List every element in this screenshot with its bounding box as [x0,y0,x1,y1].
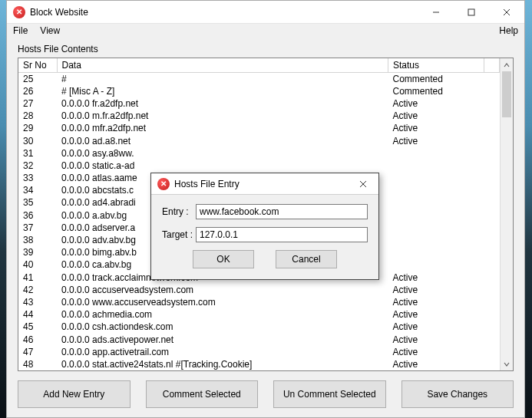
cell-data: 0.0.0.0 csh.actiondesk.com [57,321,388,333]
cell-srno: 33 [18,172,57,184]
cell-status: Active [388,358,484,370]
cell-srno: 25 [18,73,57,85]
table-row[interactable]: 450.0.0.0 csh.actiondesk.comActive [18,321,500,333]
save-changes-button[interactable]: Save Changes [401,380,514,408]
hosts-file-entry-dialog: ✕ Hosts File Entry Entry : Target : OK C… [150,173,379,280]
cell-blank [484,333,500,345]
entry-input[interactable] [196,204,368,219]
table-row[interactable]: 25#Commented [18,73,500,85]
cell-blank [484,346,500,358]
table-row[interactable]: 26# [Misc A - Z]Commented [18,85,500,97]
cell-blank [484,147,500,160]
table-row[interactable]: 480.0.0.0 stat.active24stats.nl #[Tracki… [18,358,500,370]
scroll-up-arrow[interactable] [501,58,513,71]
vertical-scrollbar[interactable] [500,58,513,370]
target-input[interactable] [196,227,368,242]
cell-data: 0.0.0.0 asy.a8ww. [57,147,388,160]
section-label: Hosts File Contents [18,44,514,54]
comment-selected-button[interactable]: Comment Selected [146,380,259,408]
cell-status [388,209,484,222]
cell-status: Active [388,110,484,122]
cell-data: 0.0.0.0 fr.a2dfp.net [57,97,388,110]
cell-blank [484,209,500,222]
close-button[interactable] [489,1,524,24]
table-row[interactable]: 420.0.0.0 accuserveadsystem.comActive [18,284,500,296]
dialog-body: Entry : Target : OK Cancel [151,195,378,279]
cell-srno: 35 [18,196,57,209]
cell-srno: 29 [18,122,57,134]
cell-blank [484,358,500,370]
cell-blank [484,73,500,85]
maximize-button[interactable] [454,1,489,24]
cell-srno: 46 [18,333,57,345]
cell-status: Commented [388,85,484,97]
table-row[interactable]: 430.0.0.0 www.accuserveadsystem.comActiv… [18,296,500,308]
menubar: File View Help [7,24,524,38]
cell-status [388,172,484,184]
menu-help[interactable]: Help [499,25,518,36]
table-header-row: Sr No Data Status [18,58,500,73]
button-row: Add New Entry Comment Selected Un Commen… [18,371,514,408]
cell-blank [484,184,500,196]
cell-data: 0.0.0.0 m.fr.a2dfp.net [57,110,388,122]
cell-blank [484,110,500,122]
cell-srno: 26 [18,85,57,97]
cell-blank [484,160,500,172]
table-row[interactable]: 460.0.0.0 ads.activepower.netActive [18,333,500,345]
table-row[interactable]: 280.0.0.0 m.fr.a2dfp.netActive [18,110,500,122]
cell-srno: 40 [18,258,57,271]
table-row[interactable]: 440.0.0.0 achmedia.comActive [18,308,500,321]
cell-status: Active [388,346,484,358]
minimize-button[interactable] [418,1,454,24]
cell-blank [484,246,500,258]
uncomment-selected-button[interactable]: Un Comment Selected [273,380,386,408]
dialog-titlebar: ✕ Hosts File Entry [151,173,378,195]
cell-blank [484,122,500,134]
menu-view[interactable]: View [40,25,60,36]
cell-srno: 28 [18,110,57,122]
cell-srno: 47 [18,346,57,358]
col-header-blank[interactable] [484,58,500,73]
table-row[interactable]: 470.0.0.0 app.activetrail.comActive [18,346,500,358]
scroll-thumb[interactable] [502,71,511,117]
cell-data: 0.0.0.0 static.a-ad [57,160,388,172]
cell-srno: 44 [18,308,57,321]
cell-srno: 38 [18,234,57,246]
cell-status: Active [388,308,484,321]
table-row[interactable]: 290.0.0.0 mfr.a2dfp.netActive [18,122,500,134]
col-header-srno[interactable]: Sr No [18,58,57,73]
cell-srno: 32 [18,160,57,172]
col-header-data[interactable]: Data [57,58,388,73]
cell-status [388,246,484,258]
cancel-button[interactable]: Cancel [276,250,337,268]
table-row[interactable]: 310.0.0.0 asy.a8ww. [18,147,500,160]
table-row[interactable]: 270.0.0.0 fr.a2dfp.netActive [18,97,500,110]
cell-status: Active [388,284,484,296]
cell-blank [484,284,500,296]
cell-data: # [Misc A - Z] [57,85,388,97]
add-new-entry-button[interactable]: Add New Entry [18,380,131,408]
cell-data: 0.0.0.0 mfr.a2dfp.net [57,122,388,134]
cell-status [388,184,484,196]
svg-rect-1 [468,9,474,15]
dialog-close-button[interactable] [348,173,378,195]
cell-blank [484,321,500,333]
cell-data: 0.0.0.0 achmedia.com [57,308,388,321]
cell-data: 0.0.0.0 ad.a8.net [57,134,388,146]
cell-srno: 31 [18,147,57,160]
cell-blank [484,234,500,246]
titlebar: ✕ Block Website [7,1,524,24]
col-header-status[interactable]: Status [388,58,484,73]
ok-button[interactable]: OK [193,250,254,268]
menu-file[interactable]: File [13,25,28,36]
cell-blank [484,172,500,184]
cell-srno: 36 [18,209,57,222]
scroll-track[interactable] [501,71,513,357]
cell-blank [484,97,500,110]
cell-data: 0.0.0.0 app.activetrail.com [57,346,388,358]
cell-blank [484,196,500,209]
table-row[interactable]: 320.0.0.0 static.a-ad [18,160,500,172]
scroll-down-arrow[interactable] [501,357,513,370]
table-row[interactable]: 300.0.0.0 ad.a8.netActive [18,134,500,146]
cell-blank [484,296,500,308]
